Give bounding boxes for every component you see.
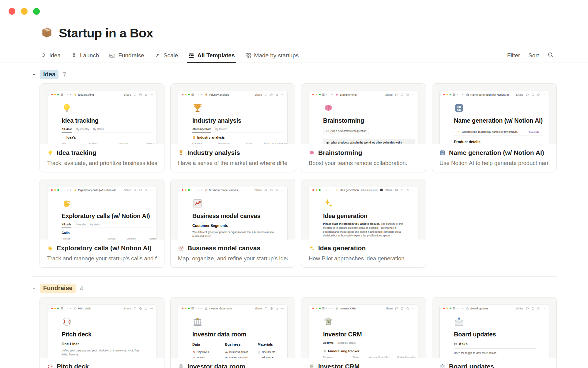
page-emoji (62, 316, 151, 328)
search-icon[interactable] (547, 52, 554, 59)
template-gallery: Idea7☰‹›+Idea trackingShareIdea tracking… (0, 70, 588, 368)
new-page-icon: + (70, 307, 71, 310)
mini-window-header: ☰‹›+Board updatesShare (440, 305, 549, 312)
star-icon (145, 93, 148, 96)
close-button[interactable] (9, 8, 15, 15)
tab-all-templates[interactable]: All Templates (188, 48, 235, 63)
svg-text:AB: AB (457, 105, 461, 108)
section-badge: Idea (40, 70, 58, 79)
forward-icon: › (67, 189, 68, 192)
template-card-brainstorming[interactable]: ☰‹›+BrainstormingShareBrainstormingAdd a… (301, 83, 426, 172)
collapse-toggle-icon[interactable] (32, 72, 40, 78)
forward-icon: › (329, 189, 330, 192)
mini-window-actions: Share (254, 189, 284, 192)
back-icon: ‹ (195, 307, 196, 310)
new-page-icon: + (462, 307, 464, 310)
section-header-fundraise: Fundraise4 (32, 284, 588, 293)
page-emoji (62, 103, 151, 114)
info-icon (326, 129, 329, 132)
template-card-business-model-canvas[interactable]: ☰‹›+Business model canvasShareBusiness m… (170, 179, 295, 268)
comment-icon (264, 189, 267, 192)
template-card-name-generation-w-notion-ai[interactable]: ☰‹›+ABCDName generation (w/ Notion AI)Sh… (432, 83, 557, 172)
template-card-investor-crm[interactable]: ☰‹›+$Investor CRMShare$Investor CRMAll f… (301, 297, 426, 368)
star-icon (275, 307, 278, 310)
forward-icon: › (329, 307, 330, 310)
section-divider (32, 276, 557, 277)
mini-window-breadcrumb: Exploratory calls (w/ Notion AI) (74, 189, 116, 192)
clock-icon (139, 93, 142, 96)
mini-window-breadcrumb: Industry analysis (205, 93, 229, 96)
column-header: Description (218, 141, 246, 144)
view-tab-all-competitors: All competitors (192, 128, 211, 131)
card-title-text: Brainstorming (318, 149, 362, 156)
card-label: ABCDName generation (w/ Notion AI)Use No… (432, 144, 556, 167)
template-card-pitch-deck[interactable]: ☰‹›+Pitch deckSharePitch deckOne-LinerDe… (40, 297, 164, 368)
mini-page-title: Board updates (454, 331, 543, 338)
tab-scale[interactable]: Scale (154, 48, 178, 63)
mini-window-breadcrumb: Idea generation (335, 189, 359, 192)
back-icon: ‹ (457, 307, 458, 310)
card-grid-idea: ☰‹›+Idea trackingShareIdea trackingAll i… (40, 83, 588, 268)
new-page-icon: + (331, 93, 333, 96)
mini-window-body: $Investor data roomDataObjectivesMetrics… (178, 312, 287, 358)
share-label: Share (254, 93, 262, 96)
page-emoji: ABCD (454, 103, 543, 114)
filter-button[interactable]: Filter (507, 52, 520, 59)
preview-table: IdeaProblemCustomerSolutionTask managerI… (62, 141, 151, 144)
tab-made-by-startups[interactable]: Made by startups (245, 48, 299, 63)
ai-icon (457, 130, 460, 133)
sparkles-icon (323, 198, 334, 209)
tab-idea[interactable]: Idea (40, 48, 61, 63)
menu-icon: ☰ (322, 189, 325, 192)
mini-page-title: Investor CRM (323, 331, 413, 338)
star-icon (145, 189, 148, 192)
mini-zoom-icon (188, 189, 190, 191)
preview-text: Open the toggle to view more details. (454, 351, 537, 355)
minimize-button[interactable] (21, 8, 28, 15)
mini-close-icon (443, 94, 445, 96)
chart-icon (205, 189, 208, 192)
mini-window-header: ☰‹›+Business model canvasShare (178, 186, 287, 194)
forward-icon: › (459, 307, 460, 310)
zoom-button[interactable] (33, 8, 40, 15)
collapse-toggle-icon[interactable] (32, 286, 40, 291)
tab-launch[interactable]: Launch (71, 48, 99, 63)
share-label: Share (124, 189, 131, 192)
database-title: $Fundraising tracker (323, 349, 413, 353)
column-header: Most common features (264, 141, 287, 144)
column-header: Pricing (246, 141, 264, 144)
mini-zoom-icon (57, 189, 59, 191)
tab-fundraise[interactable]: Fundraise (109, 48, 144, 63)
template-card-board-updates[interactable]: ☰‹›+Board updatesShareBoard updatesAsksO… (432, 297, 557, 368)
card-preview: ☰‹›+Business model canvasShareBusiness m… (171, 179, 295, 240)
callhand-icon (74, 189, 77, 192)
svg-text:AB: AB (467, 94, 468, 95)
clock-icon (270, 307, 273, 310)
sort-button[interactable]: Sort (528, 52, 539, 59)
rocket-icon (71, 52, 77, 59)
mini-minimize-icon (447, 308, 448, 309)
card-label: Exploratory calls (w/ Notion AI)Track an… (40, 240, 164, 262)
template-card-exploratory-calls-w-notion-ai[interactable]: ☰‹›+Exploratory calls (w/ Notion AI)Shar… (40, 179, 164, 268)
template-card-investor-data-room[interactable]: ☰‹›+$Investor data roomShare$Investor da… (170, 297, 295, 368)
link-columns: DataObjectivesMetricsBusinessBusiness de… (192, 343, 282, 358)
template-card-idea-tracking[interactable]: ☰‹›+Idea trackingShareIdea trackingAll i… (40, 83, 164, 172)
menu-icon: ☰ (453, 93, 456, 96)
mini-window-body: Exploratory calls (w/ Notion AI)All call… (47, 194, 156, 240)
window-controls[interactable] (9, 8, 40, 15)
forward-icon: › (67, 93, 68, 96)
mini-window-breadcrumb: Pitch deck (74, 307, 91, 310)
mini-window-header: ☰‹›+ABCDName generation (w/ Notion AI)Sh… (440, 91, 549, 98)
svg-text:CD: CD (441, 153, 444, 155)
mini-close-icon (51, 189, 53, 191)
mini-window-header: ☰‹›+Pitch deckShare (47, 305, 156, 312)
template-card-idea-generation[interactable]: ☰‹›+Idea generationEdited just nowShareI… (301, 179, 426, 268)
comment-icon (454, 343, 457, 346)
card-title: Idea tracking (47, 149, 157, 156)
database-title: Calls (62, 231, 151, 235)
template-card-industry-analysis[interactable]: ☰‹›+Industry analysisShareIndustry analy… (170, 83, 295, 172)
view-controls: Filter Sort (507, 52, 554, 59)
mini-notion-window: ☰‹›+Board updatesShareBoard updatesAsksO… (440, 305, 549, 358)
package-icon (40, 26, 54, 39)
share-label: Share (254, 307, 262, 310)
